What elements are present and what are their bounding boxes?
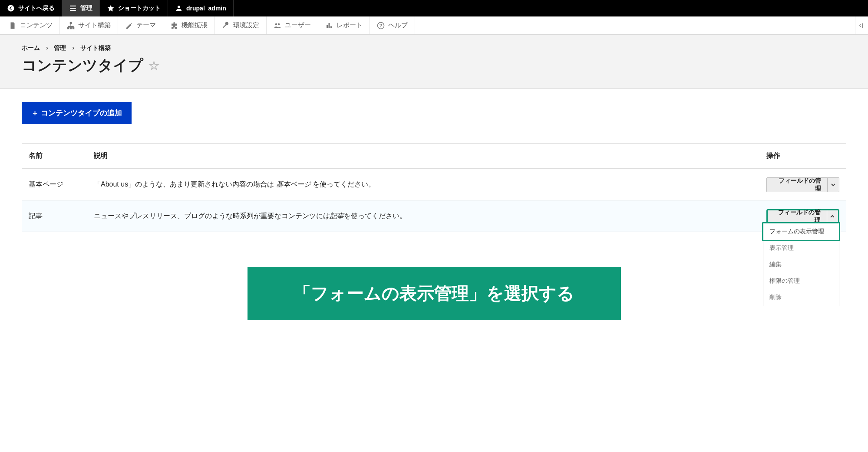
menu-reports-label: レポート (337, 21, 363, 29)
dropdown-toggle[interactable] (827, 210, 838, 223)
manage-fields-button[interactable]: フィールドの管理 (768, 210, 827, 223)
menu-structure[interactable]: サイト構築 (60, 16, 118, 34)
svg-point-0 (8, 5, 14, 12)
dropdown-form-display[interactable]: フォームの表示管理 (762, 222, 840, 241)
wrench-icon (222, 22, 230, 29)
star-icon (107, 4, 115, 12)
breadcrumb: ホーム › 管理 › サイト構築 (22, 44, 846, 52)
manage-button[interactable]: 管理 (62, 0, 100, 16)
user-button[interactable]: drupal_admin (168, 0, 234, 16)
manage-fields-button[interactable]: フィールドの管理 (767, 178, 828, 192)
menu-appearance-label: テーマ (136, 21, 156, 29)
column-header-desc: 説明 (87, 144, 759, 169)
menu-help-label: ヘルプ (388, 21, 408, 29)
breadcrumb-sep: › (72, 44, 74, 51)
breadcrumb-sep: › (46, 44, 48, 51)
back-arrow-icon (7, 4, 15, 12)
menu-reports[interactable]: レポート (318, 16, 370, 34)
star-icon[interactable]: ☆ (149, 59, 159, 73)
page-title-text: コンテンツタイプ (22, 56, 143, 75)
puzzle-icon (170, 22, 178, 29)
breadcrumb-home[interactable]: ホーム (22, 44, 40, 51)
file-icon (9, 22, 17, 29)
menu-config[interactable]: 環境設定 (215, 16, 267, 34)
menu-extend-label: 機能拡張 (182, 21, 208, 29)
shortcuts-button[interactable]: ショートカット (100, 0, 168, 16)
add-content-type-button[interactable]: ＋ コンテンツタイプの追加 (22, 102, 132, 124)
annotation-callout: 「フォームの表示管理」を選択する (248, 267, 621, 320)
dropdown-toggle[interactable] (828, 178, 839, 192)
shortcuts-label: ショートカット (118, 4, 161, 12)
table-row: 記事 ニュースやプレスリリース、ブログのような時系列が重要なコンテンツには記事を… (22, 200, 846, 232)
menu-extend[interactable]: 機能拡張 (163, 16, 215, 34)
menu-structure-label: サイト構築 (78, 21, 111, 29)
svg-text:?: ? (380, 23, 382, 28)
breadcrumb-manage[interactable]: 管理 (54, 44, 66, 51)
manage-label: 管理 (80, 4, 92, 12)
breadcrumb-structure[interactable]: サイト構築 (80, 44, 111, 51)
page-title: コンテンツタイプ ☆ (22, 56, 846, 75)
user-icon (175, 4, 183, 12)
type-name: 基本ページ (22, 169, 87, 200)
collapse-button[interactable] (855, 16, 868, 34)
column-header-op: 操作 (759, 144, 846, 169)
back-to-site-button[interactable]: サイトへ戻る (0, 0, 62, 16)
type-description: 「About us」のような、あまり更新されない内容の場合は 基本ページ を使っ… (87, 169, 759, 200)
menu-appearance[interactable]: テーマ (118, 16, 163, 34)
menu-people-label: ユーザー (285, 21, 311, 29)
reports-icon (325, 22, 333, 29)
menu-help[interactable]: ? ヘルプ (370, 16, 415, 34)
menu-content[interactable]: コンテンツ (2, 16, 60, 34)
structure-icon (67, 22, 75, 29)
operations-splitbutton: フィールドの管理 (766, 177, 839, 192)
operations-splitbutton: フィールドの管理 (766, 209, 839, 224)
back-to-site-label: サイトへ戻る (18, 4, 55, 12)
dropdown-delete[interactable]: 削除 (763, 289, 839, 306)
dropdown-edit[interactable]: 編集 (763, 256, 839, 273)
type-description: ニュースやプレスリリース、ブログのような時系列が重要なコンテンツには記事を使って… (87, 200, 759, 232)
dropdown-display[interactable]: 表示管理 (763, 240, 839, 256)
type-name: 記事 (22, 200, 87, 232)
operations-dropdown: フォームの表示管理 表示管理 編集 権限の管理 削除 (763, 223, 839, 306)
hamburger-icon (69, 4, 77, 12)
dropdown-permissions[interactable]: 権限の管理 (763, 273, 839, 289)
menu-people[interactable]: ユーザー (267, 16, 318, 34)
people-icon (274, 22, 281, 29)
menu-config-label: 環境設定 (233, 21, 259, 29)
help-icon: ? (377, 22, 385, 29)
table-row: 基本ページ 「About us」のような、あまり更新されない内容の場合は 基本ペ… (22, 169, 846, 200)
user-label: drupal_admin (186, 5, 226, 12)
column-header-name: 名前 (22, 144, 87, 169)
content-types-table: 名前 説明 操作 基本ページ 「About us」のような、あまり更新されない内… (22, 143, 846, 232)
menu-content-label: コンテンツ (20, 21, 53, 29)
wand-icon (125, 22, 133, 29)
